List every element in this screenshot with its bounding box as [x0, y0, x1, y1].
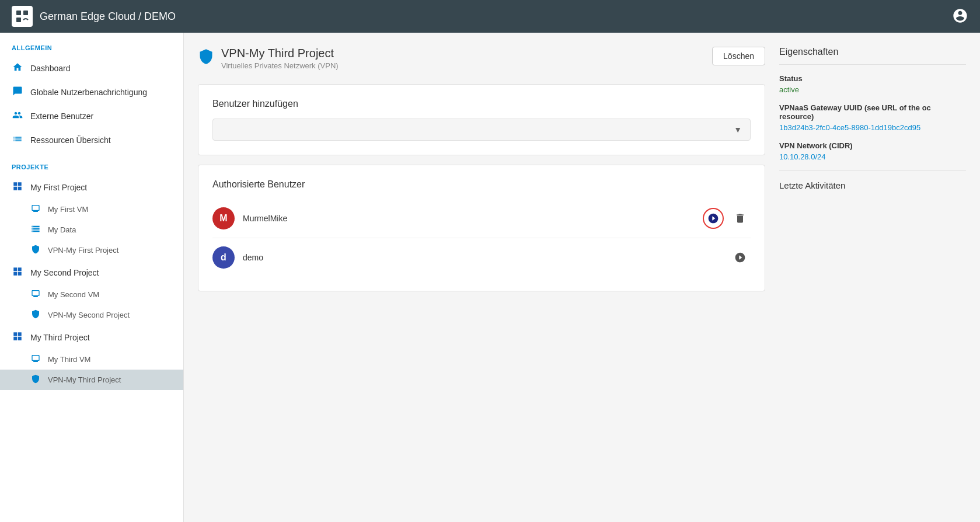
app-body: ALLGEMEIN Dashboard Globale Nutzerbenach… — [0, 33, 980, 522]
user-icon[interactable] — [952, 8, 968, 26]
right-panel: Eigenschaften Status active VPNaaS Gatew… — [779, 47, 966, 508]
svg-rect-2 — [16, 18, 21, 22]
people-icon — [12, 110, 23, 122]
sidebar-sub-item-vpn-my-third-project[interactable]: VPN-My Third Project — [0, 370, 183, 390]
vpn-page-icon — [198, 48, 214, 68]
user-actions-murmel-mike — [703, 208, 751, 229]
chat-icon — [12, 86, 23, 98]
header: German Edge Cloud / DEMO — [0, 0, 980, 33]
chevron-down-icon: ▼ — [734, 125, 742, 134]
delete-button[interactable]: Löschen — [712, 47, 765, 65]
add-user-title: Benutzer hinzufügen — [212, 99, 751, 109]
vpn-toggle-demo[interactable] — [730, 247, 751, 268]
page-subtitle: Virtuelles Privates Netzwerk (VPN) — [221, 61, 339, 70]
content-area: VPN-My Third Project Virtuelles Privates… — [198, 47, 765, 508]
authorized-users-card: Authorisierte Benutzer M MurmelMike — [198, 165, 765, 291]
header-left: German Edge Cloud / DEMO — [12, 6, 176, 27]
vm-icon-3 — [30, 354, 41, 365]
gateway-uuid-value: 1b3d24b3-2fc0-4ce5-8980-1dd19bc2cd95 — [779, 123, 966, 132]
page-header-left: VPN-My Third Project Virtuelles Privates… — [198, 47, 339, 70]
page-header: VPN-My Third Project Virtuelles Privates… — [198, 47, 765, 70]
svg-rect-0 — [16, 11, 21, 15]
status-value: active — [779, 85, 966, 94]
authorized-users-title: Authorisierte Benutzer — [212, 179, 751, 190]
user-row-murmel-mike: M MurmelMike — [212, 199, 751, 238]
svg-rect-1 — [23, 11, 28, 15]
properties-divider — [779, 170, 966, 171]
user-name-demo: demo — [243, 253, 721, 262]
sidebar-sub-item-my-first-vm[interactable]: My First VM — [0, 199, 183, 220]
vpn-icon-1 — [30, 245, 41, 256]
user-name-murmel-mike: MurmelMike — [243, 214, 695, 223]
sidebar-item-dashboard[interactable]: Dashboard — [0, 56, 183, 80]
storage-icon — [30, 224, 41, 235]
sidebar-sub-item-vpn-my-first-project[interactable]: VPN-My First Project — [0, 240, 183, 260]
sidebar-item-ressourcen-ubersicht[interactable]: Ressourcen Übersicht — [0, 128, 183, 152]
property-network-cidr: VPN Network (CIDR) 10.10.28.0/24 — [779, 141, 966, 161]
page-title: VPN-My Third Project — [221, 47, 339, 60]
sidebar: ALLGEMEIN Dashboard Globale Nutzerbenach… — [0, 33, 184, 522]
avatar-murmel-mike: M — [212, 207, 235, 229]
sidebar-sub-item-my-data[interactable]: My Data — [0, 220, 183, 240]
network-cidr-value: 10.10.28.0/24 — [779, 152, 966, 161]
section-allgemein-label: ALLGEMEIN — [0, 33, 183, 56]
vpn-icon-2 — [30, 309, 41, 321]
delete-user-murmel-mike[interactable] — [730, 208, 751, 229]
gateway-uuid-label: VPNaaS Gateway UUID (see URL of the oc r… — [779, 103, 966, 121]
sidebar-item-my-first-project[interactable]: My First Project — [0, 175, 183, 199]
list-icon — [12, 134, 23, 146]
sidebar-sub-item-my-second-vm[interactable]: My Second VM — [0, 284, 183, 305]
user-actions-demo — [730, 247, 751, 268]
sidebar-sub-item-my-third-vm[interactable]: My Third VM — [0, 349, 183, 370]
grid-icon-first — [12, 181, 23, 193]
page-title-block: VPN-My Third Project Virtuelles Privates… — [221, 47, 339, 70]
vm-icon-1 — [30, 204, 41, 215]
vpn-icon-3 — [30, 374, 41, 385]
sidebar-sub-item-vpn-my-second-project[interactable]: VPN-My Second Project — [0, 305, 183, 325]
sidebar-item-my-second-project[interactable]: My Second Project — [0, 260, 183, 284]
recent-activity-title: Letzte Aktivitäten — [779, 180, 966, 190]
properties-title: Eigenschaften — [779, 47, 966, 65]
user-row-demo: d demo — [212, 238, 751, 277]
add-user-card: Benutzer hinzufügen ▼ — [198, 84, 765, 155]
status-label: Status — [779, 74, 966, 83]
avatar-demo: d — [212, 246, 235, 269]
property-gateway-uuid: VPNaaS Gateway UUID (see URL of the oc r… — [779, 103, 966, 132]
sidebar-item-externe-benutzer[interactable]: Externe Benutzer — [0, 104, 183, 128]
section-projekte-label: PROJEKTE — [0, 152, 183, 175]
sidebar-item-globale-nutzerbenachrichtigung[interactable]: Globale Nutzerbenachrichtigung — [0, 80, 183, 104]
header-title: German Edge Cloud / DEMO — [40, 11, 176, 23]
main-content: VPN-My Third Project Virtuelles Privates… — [184, 33, 980, 522]
grid-icon-second — [12, 266, 23, 279]
grid-icon-third — [12, 331, 23, 343]
add-user-dropdown-wrapper: ▼ — [212, 119, 751, 141]
sidebar-item-my-third-project[interactable]: My Third Project — [0, 325, 183, 349]
add-user-dropdown[interactable]: ▼ — [212, 119, 751, 141]
vm-icon-2 — [30, 289, 41, 300]
header-logo — [12, 6, 33, 27]
vpn-toggle-murmel-mike[interactable] — [703, 208, 724, 229]
property-status: Status active — [779, 74, 966, 94]
home-icon — [12, 62, 23, 74]
network-cidr-label: VPN Network (CIDR) — [779, 141, 966, 150]
